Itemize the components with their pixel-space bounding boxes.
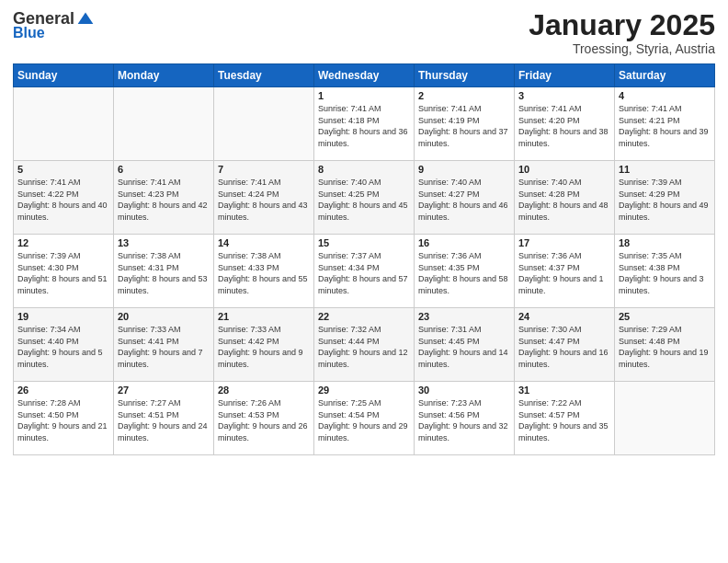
day-cell-0-3: 1Sunrise: 7:41 AM Sunset: 4:18 PM Daylig… bbox=[314, 87, 415, 161]
day-number: 29 bbox=[318, 385, 410, 396]
day-info: Sunrise: 7:34 AM Sunset: 4:40 PM Dayligh… bbox=[17, 324, 109, 370]
logo-blue-text: Blue bbox=[13, 25, 45, 41]
day-number: 19 bbox=[17, 311, 109, 322]
day-number: 22 bbox=[318, 311, 410, 322]
day-number: 20 bbox=[118, 311, 210, 322]
day-cell-4-2: 28Sunrise: 7:26 AM Sunset: 4:53 PM Dayli… bbox=[214, 382, 314, 455]
day-info: Sunrise: 7:33 AM Sunset: 4:42 PM Dayligh… bbox=[218, 324, 310, 370]
col-thursday: Thursday bbox=[415, 64, 515, 87]
week-row-5: 26Sunrise: 7:28 AM Sunset: 4:50 PM Dayli… bbox=[14, 382, 715, 455]
day-info: Sunrise: 7:37 AM Sunset: 4:34 PM Dayligh… bbox=[318, 250, 410, 296]
day-info: Sunrise: 7:28 AM Sunset: 4:50 PM Dayligh… bbox=[17, 397, 109, 443]
svg-marker-0 bbox=[78, 12, 94, 24]
calendar-subtitle: Troessing, Styria, Austria bbox=[529, 41, 715, 56]
day-cell-0-5: 3Sunrise: 7:41 AM Sunset: 4:20 PM Daylig… bbox=[515, 87, 615, 161]
day-info: Sunrise: 7:27 AM Sunset: 4:51 PM Dayligh… bbox=[118, 397, 210, 443]
day-info: Sunrise: 7:41 AM Sunset: 4:24 PM Dayligh… bbox=[218, 177, 310, 223]
day-info: Sunrise: 7:40 AM Sunset: 4:25 PM Dayligh… bbox=[318, 177, 410, 223]
day-info: Sunrise: 7:39 AM Sunset: 4:30 PM Dayligh… bbox=[17, 250, 109, 296]
day-number: 9 bbox=[418, 164, 510, 175]
day-number: 27 bbox=[118, 385, 210, 396]
day-number: 11 bbox=[619, 164, 711, 175]
day-number: 5 bbox=[17, 164, 109, 175]
day-cell-2-2: 14Sunrise: 7:38 AM Sunset: 4:33 PM Dayli… bbox=[214, 235, 314, 308]
calendar-page: General Blue January 2025 Troessing, Sty… bbox=[0, 0, 728, 563]
col-tuesday: Tuesday bbox=[214, 64, 314, 87]
day-info: Sunrise: 7:30 AM Sunset: 4:47 PM Dayligh… bbox=[518, 324, 610, 370]
day-info: Sunrise: 7:25 AM Sunset: 4:54 PM Dayligh… bbox=[318, 397, 410, 443]
day-number: 26 bbox=[17, 385, 109, 396]
day-info: Sunrise: 7:36 AM Sunset: 4:37 PM Dayligh… bbox=[518, 250, 610, 296]
day-cell-0-2 bbox=[214, 87, 314, 161]
day-cell-1-2: 7Sunrise: 7:41 AM Sunset: 4:24 PM Daylig… bbox=[214, 161, 314, 235]
day-cell-3-5: 24Sunrise: 7:30 AM Sunset: 4:47 PM Dayli… bbox=[515, 308, 615, 382]
day-info: Sunrise: 7:35 AM Sunset: 4:38 PM Dayligh… bbox=[619, 250, 711, 296]
day-number: 21 bbox=[218, 311, 310, 322]
day-number: 7 bbox=[218, 164, 310, 175]
day-info: Sunrise: 7:39 AM Sunset: 4:29 PM Dayligh… bbox=[619, 177, 711, 223]
day-cell-2-5: 17Sunrise: 7:36 AM Sunset: 4:37 PM Dayli… bbox=[515, 235, 615, 308]
day-cell-1-6: 11Sunrise: 7:39 AM Sunset: 4:29 PM Dayli… bbox=[615, 161, 715, 235]
day-cell-2-6: 18Sunrise: 7:35 AM Sunset: 4:38 PM Dayli… bbox=[615, 235, 715, 308]
day-info: Sunrise: 7:23 AM Sunset: 4:56 PM Dayligh… bbox=[418, 397, 510, 443]
day-info: Sunrise: 7:31 AM Sunset: 4:45 PM Dayligh… bbox=[418, 324, 510, 370]
day-info: Sunrise: 7:32 AM Sunset: 4:44 PM Dayligh… bbox=[318, 324, 410, 370]
page-header: General Blue January 2025 Troessing, Sty… bbox=[13, 9, 715, 56]
day-info: Sunrise: 7:41 AM Sunset: 4:18 PM Dayligh… bbox=[318, 103, 410, 149]
day-number: 31 bbox=[518, 385, 610, 396]
logo: General Blue bbox=[13, 9, 97, 41]
day-info: Sunrise: 7:22 AM Sunset: 4:57 PM Dayligh… bbox=[518, 397, 610, 443]
day-number: 24 bbox=[518, 311, 610, 322]
day-cell-1-1: 6Sunrise: 7:41 AM Sunset: 4:23 PM Daylig… bbox=[114, 161, 214, 235]
calendar-table: Sunday Monday Tuesday Wednesday Thursday… bbox=[13, 63, 715, 455]
day-info: Sunrise: 7:38 AM Sunset: 4:33 PM Dayligh… bbox=[218, 250, 310, 296]
day-number: 16 bbox=[418, 237, 510, 248]
day-cell-1-3: 8Sunrise: 7:40 AM Sunset: 4:25 PM Daylig… bbox=[314, 161, 415, 235]
day-number: 25 bbox=[619, 311, 711, 322]
day-cell-1-5: 10Sunrise: 7:40 AM Sunset: 4:28 PM Dayli… bbox=[515, 161, 615, 235]
day-cell-3-0: 19Sunrise: 7:34 AM Sunset: 4:40 PM Dayli… bbox=[14, 308, 114, 382]
col-saturday: Saturday bbox=[615, 64, 715, 87]
day-number: 14 bbox=[218, 237, 310, 248]
week-row-3: 12Sunrise: 7:39 AM Sunset: 4:30 PM Dayli… bbox=[14, 235, 715, 308]
day-cell-4-3: 29Sunrise: 7:25 AM Sunset: 4:54 PM Dayli… bbox=[314, 382, 415, 455]
day-cell-3-3: 22Sunrise: 7:32 AM Sunset: 4:44 PM Dayli… bbox=[314, 308, 415, 382]
day-cell-4-4: 30Sunrise: 7:23 AM Sunset: 4:56 PM Dayli… bbox=[415, 382, 515, 455]
day-info: Sunrise: 7:40 AM Sunset: 4:27 PM Dayligh… bbox=[418, 177, 510, 223]
day-number: 23 bbox=[418, 311, 510, 322]
day-info: Sunrise: 7:41 AM Sunset: 4:21 PM Dayligh… bbox=[619, 103, 711, 149]
day-cell-3-6: 25Sunrise: 7:29 AM Sunset: 4:48 PM Dayli… bbox=[615, 308, 715, 382]
day-cell-3-2: 21Sunrise: 7:33 AM Sunset: 4:42 PM Dayli… bbox=[214, 308, 314, 382]
week-row-2: 5Sunrise: 7:41 AM Sunset: 4:22 PM Daylig… bbox=[14, 161, 715, 235]
day-number: 15 bbox=[318, 237, 410, 248]
day-info: Sunrise: 7:41 AM Sunset: 4:22 PM Dayligh… bbox=[17, 177, 109, 223]
day-info: Sunrise: 7:41 AM Sunset: 4:19 PM Dayligh… bbox=[418, 103, 510, 149]
day-info: Sunrise: 7:41 AM Sunset: 4:20 PM Dayligh… bbox=[518, 103, 610, 149]
day-info: Sunrise: 7:38 AM Sunset: 4:31 PM Dayligh… bbox=[118, 250, 210, 296]
day-cell-3-4: 23Sunrise: 7:31 AM Sunset: 4:45 PM Dayli… bbox=[415, 308, 515, 382]
day-info: Sunrise: 7:36 AM Sunset: 4:35 PM Dayligh… bbox=[418, 250, 510, 296]
col-wednesday: Wednesday bbox=[314, 64, 415, 87]
day-cell-3-1: 20Sunrise: 7:33 AM Sunset: 4:41 PM Dayli… bbox=[114, 308, 214, 382]
day-info: Sunrise: 7:41 AM Sunset: 4:23 PM Dayligh… bbox=[118, 177, 210, 223]
day-cell-2-4: 16Sunrise: 7:36 AM Sunset: 4:35 PM Dayli… bbox=[415, 235, 515, 308]
day-number: 8 bbox=[318, 164, 410, 175]
day-number: 10 bbox=[518, 164, 610, 175]
logo-icon bbox=[76, 10, 95, 29]
day-cell-0-4: 2Sunrise: 7:41 AM Sunset: 4:19 PM Daylig… bbox=[415, 87, 515, 161]
day-number: 2 bbox=[418, 90, 510, 101]
day-number: 18 bbox=[619, 237, 711, 248]
day-number: 6 bbox=[118, 164, 210, 175]
calendar-header-row: Sunday Monday Tuesday Wednesday Thursday… bbox=[14, 64, 715, 87]
day-cell-0-0 bbox=[14, 87, 114, 161]
week-row-4: 19Sunrise: 7:34 AM Sunset: 4:40 PM Dayli… bbox=[14, 308, 715, 382]
col-monday: Monday bbox=[114, 64, 214, 87]
col-friday: Friday bbox=[515, 64, 615, 87]
day-cell-2-1: 13Sunrise: 7:38 AM Sunset: 4:31 PM Dayli… bbox=[114, 235, 214, 308]
day-cell-0-6: 4Sunrise: 7:41 AM Sunset: 4:21 PM Daylig… bbox=[615, 87, 715, 161]
day-number: 30 bbox=[418, 385, 510, 396]
day-cell-1-4: 9Sunrise: 7:40 AM Sunset: 4:27 PM Daylig… bbox=[415, 161, 515, 235]
day-number: 4 bbox=[619, 90, 711, 101]
day-number: 13 bbox=[118, 237, 210, 248]
day-cell-0-1 bbox=[114, 87, 214, 161]
